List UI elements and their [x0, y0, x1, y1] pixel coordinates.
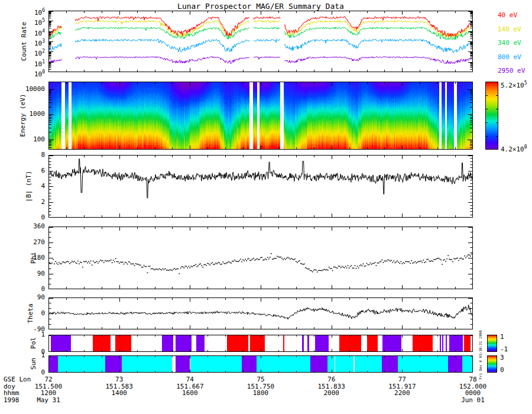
energy-spectrogram: [48, 82, 473, 150]
b-magnitude-ytick: 8: [19, 151, 45, 159]
x-tick-value: 73: [93, 376, 146, 383]
x-tick-value: 72: [22, 376, 75, 383]
pol-colorbar-max: 1: [500, 334, 504, 341]
sun-colorbar-min: 0: [500, 367, 504, 374]
count-rate-ytick: 102: [19, 48, 45, 57]
phi-ytick: 270: [19, 239, 45, 246]
count-rate-plot: [48, 11, 473, 72]
energy-ytick: 100: [19, 136, 45, 143]
pol-bar: [48, 335, 473, 352]
x-tick-value: 151.917: [375, 383, 429, 390]
x-tick-value: 1600: [163, 390, 216, 396]
x-tick-value: 151.750: [234, 383, 287, 390]
x-tick-value: 1800: [234, 390, 287, 396]
sunlight-ytick: 1: [19, 352, 45, 359]
legend-40-ev: 40 eV: [498, 12, 517, 19]
spectrogram-colorbar-min: 4.2×100: [501, 144, 527, 153]
count-rate-ytick: 104: [19, 28, 45, 37]
pol-colorbar-min: -1: [500, 346, 508, 353]
x-tick-value: 74: [163, 376, 216, 383]
x-tick-value: 151.583: [93, 383, 146, 390]
phi-ytick: 0: [19, 286, 45, 293]
b-magnitude-ytick: 6: [19, 167, 45, 174]
sun-bar: [48, 355, 473, 373]
count-rate-ytick: 105: [19, 17, 45, 27]
x-tick-value: 151.833: [305, 383, 358, 390]
spectrogram-colorbar-max: 5.2×105: [501, 80, 527, 89]
x-axis-row-label-doy: doy: [4, 383, 15, 390]
x-tick-value: 151.667: [163, 383, 216, 390]
count-rate-ytick: 103: [19, 38, 45, 47]
x-tick-value: 1400: [93, 390, 146, 396]
x-tick-value: 76: [305, 376, 358, 383]
legend-2950-ev: 2950 eV: [498, 67, 525, 75]
plot-root: Lunar Prospector MAG/ER Summary Data Cou…: [0, 0, 532, 414]
x-tick-value: 75: [234, 376, 287, 383]
x-tick-value: 77: [375, 376, 429, 383]
x-tick-value: 1200: [22, 390, 75, 396]
x-tick-value: 152.000: [446, 383, 499, 390]
x-axis-row-label-1998: 1998: [4, 397, 20, 403]
theta-plot: [48, 297, 473, 329]
legend-340-ev: 340 eV: [498, 40, 521, 47]
phi-plot: [48, 227, 473, 289]
count-rate-ytick: 100: [19, 69, 45, 78]
x-tick-value: Jun 01: [446, 397, 499, 403]
energy-ytick: 1000: [19, 111, 45, 118]
x-tick-value: 2200: [375, 390, 429, 396]
theta-ytick: 90: [19, 294, 45, 301]
phi-ytick: 90: [19, 270, 45, 277]
x-tick-value: 2000: [305, 390, 358, 396]
b-magnitude-ytick: 0: [19, 214, 45, 221]
x-tick-value: 151.500: [22, 383, 75, 390]
legend-800-ev: 800 eV: [498, 54, 521, 61]
count-rate-ytick: 101: [19, 59, 45, 68]
x-axis-row-label-hhmm: hhmm: [4, 390, 20, 396]
pol-axis-label: Pol: [30, 337, 37, 349]
x-tick-value: 78: [446, 376, 499, 383]
theta-ytick: 0: [19, 310, 45, 317]
bmag-plot: [48, 155, 473, 218]
phi-ytick: 360: [19, 223, 45, 230]
legend-140-ev: 140 eV: [498, 26, 521, 33]
polarity-ytick: 1: [19, 331, 45, 338]
x-tick-value: 0000: [446, 390, 499, 396]
phi-ytick: 180: [19, 254, 45, 261]
pol-colorbar: [487, 335, 497, 352]
sun-colorbar: [487, 355, 497, 373]
sun-colorbar-max: 3: [500, 354, 504, 361]
x-tick-value: May 31: [22, 397, 75, 403]
count-rate-ytick: 106: [19, 7, 45, 17]
plot-title: Lunar Prospector MAG/ER Summary Data: [48, 2, 473, 11]
spectrogram-colorbar: [485, 82, 498, 150]
energy-ytick: 10000: [19, 86, 45, 93]
sun-axis-label: Sun: [30, 358, 37, 370]
b-magnitude-ytick: 4: [19, 183, 45, 190]
b-magnitude-ytick: 2: [19, 199, 45, 206]
